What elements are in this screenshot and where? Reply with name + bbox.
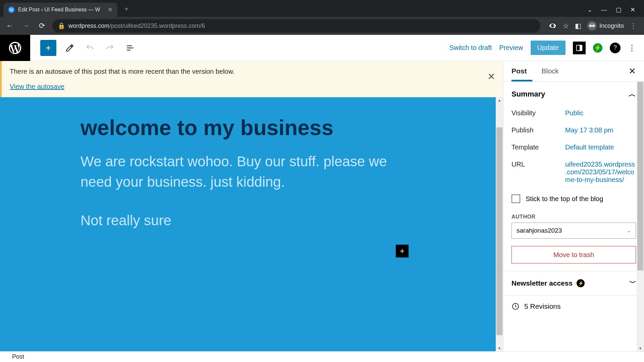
tab-dropdown-icon[interactable]: ⌄: [587, 6, 592, 13]
tab-post[interactable]: Post: [512, 67, 527, 76]
newsletter-panel-header[interactable]: Newsletter access ⚡ ︿: [503, 271, 644, 295]
url-domain: wordpress.com: [68, 22, 109, 29]
jetpack-badge-icon: ⚡: [577, 279, 585, 287]
reload-button[interactable]: ⟳: [36, 20, 48, 32]
status-bar: Post: [0, 351, 644, 362]
browser-tab[interactable]: Edit Post ‹ UI Feed Business — W ✕: [3, 3, 117, 17]
chevron-down-icon: ︿: [629, 279, 636, 288]
eye-off-icon[interactable]: 👁‍🗨: [548, 22, 557, 30]
update-button[interactable]: Update: [531, 41, 566, 55]
url-label: URL: [512, 161, 565, 184]
chevron-up-icon: ︿: [629, 89, 636, 99]
autosave-notice: There is an autosave of this post that i…: [0, 61, 503, 97]
revisions-row[interactable]: 5 Revisions: [503, 295, 644, 310]
scroll-down-icon[interactable]: ▾: [637, 345, 644, 351]
redo-button: [103, 41, 117, 55]
close-sidebar-icon[interactable]: ✕: [629, 66, 636, 76]
jetpack-icon[interactable]: ⚡: [593, 43, 602, 53]
svg-rect-4: [580, 45, 582, 51]
incognito-badge[interactable]: 🕶 Incognito: [587, 21, 624, 31]
author-value: sarahjonas2023: [517, 227, 562, 234]
scroll-up-icon[interactable]: ▴: [496, 97, 503, 103]
sticky-checkbox-row[interactable]: Stick to the top of the blog: [503, 188, 644, 209]
publish-row[interactable]: Publish May 17 3:08 pm: [503, 122, 644, 139]
summary-label: Summary: [512, 90, 545, 99]
editor-canvas[interactable]: welcome to my business We are rockstart …: [0, 97, 496, 351]
browser-menu-icon[interactable]: ⋮: [630, 22, 637, 30]
svg-rect-0: [127, 45, 132, 46]
template-value[interactable]: Default template: [565, 143, 636, 151]
settings-panel-toggle[interactable]: [573, 42, 586, 54]
notice-text: There is an autosave of this post that i…: [10, 68, 495, 75]
bookmark-star-icon[interactable]: ☆: [563, 22, 569, 30]
maximize-icon[interactable]: ▢: [616, 6, 622, 13]
scrollbar-thumb[interactable]: [637, 82, 643, 270]
sticky-label: Stick to the top of the blog: [526, 195, 603, 203]
incognito-label: Incognito: [599, 22, 624, 29]
url-row[interactable]: URL uifeed20235.wordpress.com/2023/05/17…: [503, 156, 644, 188]
publish-label: Publish: [512, 126, 565, 134]
forward-button: →: [20, 20, 32, 32]
url-path: /post/uifeed20235.wordpress.com/6: [109, 22, 205, 29]
address-bar[interactable]: 🔒 wordpress.com/post/uifeed20235.wordpre…: [52, 19, 540, 33]
wordpress-logo[interactable]: [0, 35, 30, 61]
tab-block[interactable]: Block: [542, 67, 559, 76]
chevron-down-icon: ⌄: [627, 228, 631, 233]
wordpress-favicon-icon: [8, 6, 15, 13]
summary-panel-header[interactable]: Summary ︿: [503, 82, 644, 105]
minimize-icon[interactable]: —: [601, 6, 607, 13]
newsletter-label: Newsletter access: [512, 279, 573, 287]
insert-block-button[interactable]: +: [396, 245, 409, 257]
post-paragraph[interactable]: Not really sure: [80, 213, 415, 229]
svg-rect-2: [127, 50, 130, 50]
lock-icon: 🔒: [58, 22, 65, 29]
back-button[interactable]: ←: [4, 20, 15, 32]
move-to-trash-button[interactable]: Move to trash: [512, 246, 636, 263]
settings-sidebar: Post Block ✕ Summary ︿ Visibility Public…: [503, 61, 644, 351]
revisions-label: 5 Revisions: [524, 302, 561, 310]
undo-button: [83, 41, 97, 55]
history-icon: [512, 302, 520, 310]
help-icon[interactable]: ?: [610, 43, 621, 53]
url-value[interactable]: uifeed20235.wordpress.com/2023/05/17/wel…: [565, 161, 636, 184]
tab-title: Edit Post ‹ UI Feed Business — W: [18, 7, 100, 13]
scrollbar-thumb[interactable]: [496, 127, 502, 335]
post-paragraph[interactable]: We are rockstart wohoo. Buy our stuff. p…: [80, 152, 415, 192]
close-tab-icon[interactable]: ✕: [108, 6, 113, 13]
document-overview-button[interactable]: [123, 41, 137, 55]
incognito-icon: 🕶: [587, 21, 597, 31]
canvas-scrollbar[interactable]: ▴ ▾: [496, 97, 503, 351]
dismiss-notice-icon[interactable]: ✕: [487, 71, 495, 82]
side-panel-icon[interactable]: ◧: [575, 22, 581, 30]
template-label: Template: [512, 143, 565, 151]
scroll-down-icon[interactable]: ▾: [496, 345, 503, 351]
view-autosave-link[interactable]: View the autosave: [10, 83, 64, 90]
post-title[interactable]: welcome to my business: [80, 115, 415, 140]
switch-to-draft-button[interactable]: Switch to draft: [449, 44, 492, 52]
template-row[interactable]: Template Default template: [503, 139, 644, 156]
new-tab-button[interactable]: +: [120, 3, 133, 15]
svg-rect-1: [127, 47, 133, 48]
visibility-label: Visibility: [512, 109, 565, 117]
author-select[interactable]: sarahjonas2023 ⌄: [512, 223, 636, 239]
sticky-checkbox[interactable]: [512, 194, 520, 203]
visibility-value[interactable]: Public: [565, 109, 636, 117]
publish-value[interactable]: May 17 3:08 pm: [565, 126, 636, 134]
active-tab-indicator: [512, 80, 532, 81]
add-block-button[interactable]: +: [40, 40, 56, 56]
editor-topbar: + Switch to draft Preview Update ⚡ ? ⋮: [0, 35, 644, 61]
author-heading: Author: [503, 209, 644, 223]
close-window-icon[interactable]: ✕: [630, 6, 635, 13]
breadcrumb[interactable]: Post: [12, 353, 24, 360]
sidebar-scrollbar[interactable]: ▾: [637, 82, 644, 351]
more-options-icon[interactable]: ⋮: [628, 43, 636, 53]
preview-button[interactable]: Preview: [499, 44, 523, 52]
edit-tools-button[interactable]: [63, 41, 76, 55]
visibility-row[interactable]: Visibility Public: [503, 105, 644, 122]
